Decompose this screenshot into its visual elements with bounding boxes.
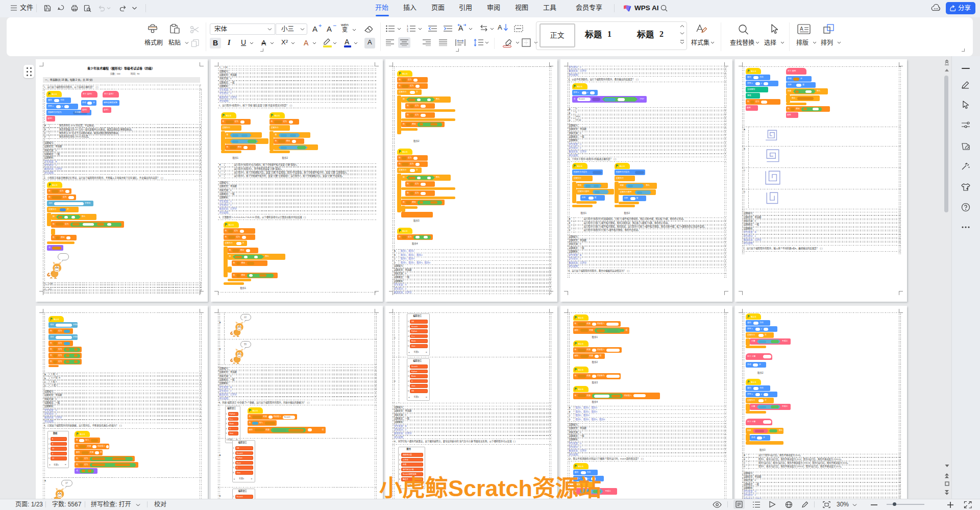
svg-text:3: 3 xyxy=(407,30,408,32)
svg-text:A: A xyxy=(800,26,803,32)
